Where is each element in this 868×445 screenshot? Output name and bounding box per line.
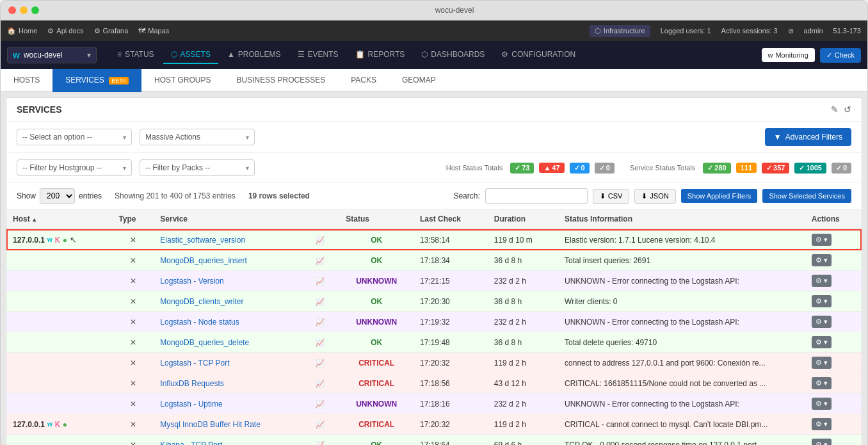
cell-service[interactable]: MongoDB_queries_delete xyxy=(154,332,309,353)
close-btn[interactable] xyxy=(8,6,16,14)
refresh-icon[interactable]: ↺ xyxy=(844,104,851,115)
admin-label[interactable]: admin xyxy=(804,27,823,35)
nav-tab-reports[interactable]: 📋 REPORTS xyxy=(348,46,413,64)
cell-actions[interactable]: ⚙ ▾ xyxy=(805,373,862,394)
nav-tab-events[interactable]: ☰ EVENTS xyxy=(290,46,346,64)
cell-service[interactable]: Elastic_software_version xyxy=(154,229,309,250)
cell-service[interactable]: MongoDB_queries_insert xyxy=(154,250,309,271)
col-type[interactable]: Type xyxy=(112,209,154,229)
cell-chart[interactable]: 📈 xyxy=(309,394,339,414)
col-status[interactable]: Status xyxy=(339,209,414,229)
api-docs-link[interactable]: ⚙ Api docs xyxy=(47,27,83,35)
reports-icon: 📋 xyxy=(355,50,365,59)
cell-service[interactable]: Logstash - Uptime xyxy=(154,394,309,414)
actions-button[interactable]: ⚙ ▾ xyxy=(812,234,832,246)
col-status-info[interactable]: Status Information xyxy=(558,209,805,229)
cell-service[interactable]: MongoDB_clients_writer xyxy=(154,291,309,312)
actions-button[interactable]: ⚙ ▾ xyxy=(812,254,832,266)
nav-tab-problems[interactable]: ▲ PROBLEMS xyxy=(220,46,289,64)
minimize-btn[interactable] xyxy=(20,6,28,14)
advanced-filters-button[interactable]: ▼ Advanced Filters xyxy=(765,128,851,146)
cell-chart[interactable]: 📈 xyxy=(309,271,339,291)
cell-service[interactable]: Mysql InnoDB Buffer Hit Rate xyxy=(154,414,309,435)
cell-chart[interactable]: 📈 xyxy=(309,373,339,394)
actions-button[interactable]: ⚙ ▾ xyxy=(812,295,832,307)
status-value: UNKNOWN xyxy=(356,400,397,409)
entries-select[interactable]: 200 50 100 500 xyxy=(40,188,75,204)
cell-service[interactable]: Logstash - Node status xyxy=(154,312,309,332)
sub-tab-services[interactable]: SERVICES BETA xyxy=(52,69,141,92)
col-host[interactable]: Host xyxy=(6,209,112,229)
show-selected-services-button[interactable]: Show Selected Services xyxy=(762,189,851,203)
actions-button[interactable]: ⚙ ▾ xyxy=(812,275,832,287)
cell-status: UNKNOWN xyxy=(339,312,414,332)
cell-actions[interactable]: ⚙ ▾ xyxy=(805,414,862,435)
actions-button[interactable]: ⚙ ▾ xyxy=(812,316,832,328)
actions-button[interactable]: ⚙ ▾ xyxy=(812,439,832,445)
col-service[interactable]: Service xyxy=(154,209,309,229)
cell-chart[interactable]: 📈 xyxy=(309,312,339,332)
sub-tab-hosts[interactable]: HOSTS xyxy=(1,69,52,92)
cell-chart[interactable]: 📈 xyxy=(309,291,339,312)
actions-button[interactable]: ⚙ ▾ xyxy=(812,357,832,369)
col-last-check[interactable]: Last Check xyxy=(414,209,488,229)
show-applied-filters-button[interactable]: Show Applied Filters xyxy=(681,189,758,203)
cell-actions[interactable]: ⚙ ▾ xyxy=(805,312,862,332)
sub-tab-packs[interactable]: PACKS xyxy=(338,69,389,92)
mapas-link[interactable]: 🗺 Mapas xyxy=(138,27,169,35)
sub-tab-business-processes[interactable]: BUSINESS PROCESSES xyxy=(223,69,338,92)
grafana-link[interactable]: ⚙ Grafana xyxy=(94,27,129,35)
cell-service[interactable]: Kibana - TCP Port xyxy=(154,435,309,446)
cell-actions[interactable]: ⚙ ▾ xyxy=(805,271,862,291)
cell-actions[interactable]: ⚙ ▾ xyxy=(805,435,862,446)
cell-chart[interactable]: 📈 xyxy=(309,435,339,446)
filter-row-2: -- Filter by Hostgroup -- ▾ -- Filter by… xyxy=(6,153,862,183)
cell-service[interactable]: InfluxDB Requests xyxy=(154,373,309,394)
nav-tab-dashboards[interactable]: ⬡ DASHBOARDS xyxy=(414,46,492,64)
actions-button[interactable]: ⚙ ▾ xyxy=(812,418,832,430)
actions-button[interactable]: ⚙ ▾ xyxy=(812,336,832,348)
chart-icon: 📈 xyxy=(316,421,325,428)
brand-select[interactable]: w wocu-devel ▾ xyxy=(7,47,97,63)
massive-actions-dropdown[interactable]: Massive Actions ▾ xyxy=(140,129,255,145)
search-input[interactable] xyxy=(485,188,588,204)
cell-actions[interactable]: ⚙ ▾ xyxy=(805,229,862,250)
filter-packs-dropdown[interactable]: -- Filter by Packs -- ▾ xyxy=(140,159,255,176)
nav-tab-assets[interactable]: ⬡ ASSETS xyxy=(163,46,218,64)
csv-button[interactable]: ⬇ CSV xyxy=(593,189,630,204)
cell-actions[interactable]: ⚙ ▾ xyxy=(805,394,862,414)
host-icon-k: K xyxy=(55,236,60,245)
cell-chart[interactable]: 📈 xyxy=(309,332,339,353)
brand-label: wocu-devel xyxy=(24,51,63,60)
filter-hostgroup-dropdown[interactable]: -- Filter by Hostgroup -- ▾ xyxy=(17,159,132,176)
sub-tab-geomap[interactable]: GEOMAP xyxy=(389,69,449,92)
cell-actions[interactable]: ⚙ ▾ xyxy=(805,291,862,312)
cell-chart[interactable]: 📈 xyxy=(309,229,339,250)
maximize-btn[interactable] xyxy=(31,6,39,14)
check-button[interactable]: ✓ Check xyxy=(820,48,861,63)
nav-tab-configuration[interactable]: ⚙ CONFIGURATION xyxy=(494,46,583,64)
cell-service[interactable]: Logstash - Version xyxy=(154,271,309,291)
cell-actions[interactable]: ⚙ ▾ xyxy=(805,332,862,353)
json-button[interactable]: ⬇ JSON xyxy=(634,189,675,204)
monitoring-button[interactable]: w Monitoring xyxy=(762,48,815,62)
sub-tab-hostgroups[interactable]: HOST GROUPS xyxy=(141,69,223,92)
cell-actions[interactable]: ⚙ ▾ xyxy=(805,250,862,271)
col-duration[interactable]: Duration xyxy=(488,209,558,229)
monitoring-icon: w xyxy=(768,51,773,59)
cell-chart[interactable]: 📈 xyxy=(309,414,339,435)
select-option-dropdown[interactable]: -- Select an option -- ▾ xyxy=(17,129,132,145)
assets-icon: ⬡ xyxy=(171,50,177,59)
home-link[interactable]: 🏠 Home xyxy=(7,27,37,35)
nav-tab-status[interactable]: ≡ STATUS xyxy=(109,46,162,64)
cell-chart[interactable]: 📈 xyxy=(309,353,339,373)
cell-status: CRITICAL xyxy=(339,414,414,435)
cell-chart[interactable]: 📈 xyxy=(309,250,339,271)
edit-icon[interactable]: ✎ xyxy=(831,104,839,115)
cell-service[interactable]: Logstash - TCP Port xyxy=(154,353,309,373)
brand-icon: w xyxy=(13,50,20,60)
actions-button[interactable]: ⚙ ▾ xyxy=(812,377,832,389)
actions-button[interactable]: ⚙ ▾ xyxy=(812,398,832,410)
version-label: 51.3-173 xyxy=(833,27,861,35)
cell-actions[interactable]: ⚙ ▾ xyxy=(805,353,862,373)
